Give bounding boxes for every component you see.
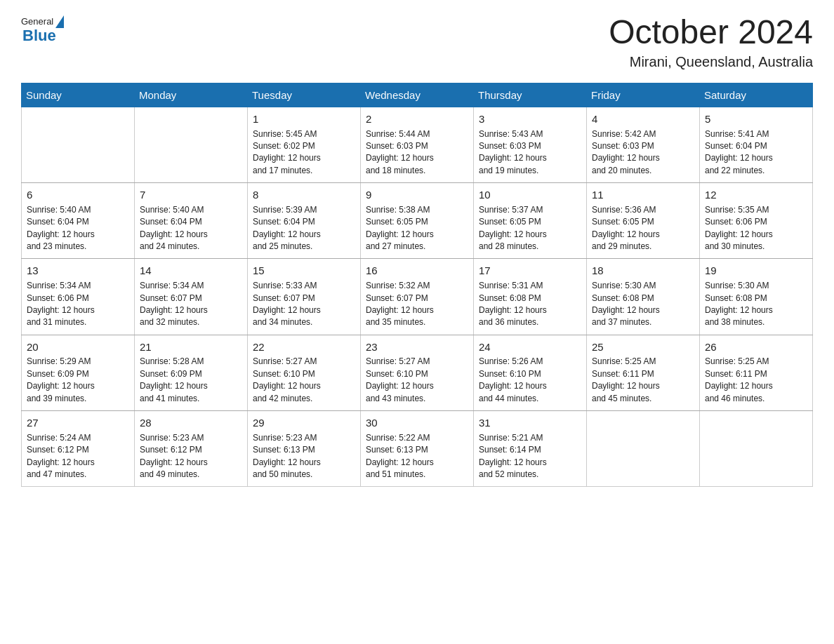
day-info: Sunrise: 5:22 AM Sunset: 6:13 PM Dayligh… bbox=[366, 432, 468, 481]
calendar-cell bbox=[700, 411, 813, 487]
calendar-cell: 7Sunrise: 5:40 AM Sunset: 6:04 PM Daylig… bbox=[135, 183, 248, 259]
calendar-cell: 27Sunrise: 5:24 AM Sunset: 6:12 PM Dayli… bbox=[22, 411, 135, 487]
calendar-cell: 21Sunrise: 5:28 AM Sunset: 6:09 PM Dayli… bbox=[135, 335, 248, 410]
day-info: Sunrise: 5:25 AM Sunset: 6:11 PM Dayligh… bbox=[705, 356, 807, 405]
day-info: Sunrise: 5:40 AM Sunset: 6:04 PM Dayligh… bbox=[140, 204, 242, 253]
day-info: Sunrise: 5:33 AM Sunset: 6:07 PM Dayligh… bbox=[253, 280, 355, 329]
day-info: Sunrise: 5:27 AM Sunset: 6:10 PM Dayligh… bbox=[253, 356, 355, 405]
calendar-cell: 2Sunrise: 5:44 AM Sunset: 6:03 PM Daylig… bbox=[361, 107, 474, 182]
calendar-cell: 29Sunrise: 5:23 AM Sunset: 6:13 PM Dayli… bbox=[248, 411, 361, 487]
logo-blue-text: Blue bbox=[22, 27, 56, 45]
day-info: Sunrise: 5:36 AM Sunset: 6:05 PM Dayligh… bbox=[592, 204, 694, 253]
calendar-cell: 9Sunrise: 5:38 AM Sunset: 6:05 PM Daylig… bbox=[361, 183, 474, 259]
day-number: 27 bbox=[27, 415, 129, 431]
day-number: 24 bbox=[479, 340, 581, 355]
day-number: 6 bbox=[27, 187, 129, 203]
calendar-cell: 11Sunrise: 5:36 AM Sunset: 6:05 PM Dayli… bbox=[587, 183, 700, 259]
calendar-cell: 31Sunrise: 5:21 AM Sunset: 6:14 PM Dayli… bbox=[474, 411, 587, 487]
logo-triangle-icon bbox=[55, 15, 64, 28]
day-info: Sunrise: 5:23 AM Sunset: 6:13 PM Dayligh… bbox=[253, 432, 355, 481]
main-title: October 2024 bbox=[609, 14, 813, 51]
day-number: 10 bbox=[479, 187, 581, 203]
calendar-cell: 18Sunrise: 5:30 AM Sunset: 6:08 PM Dayli… bbox=[587, 259, 700, 335]
page-header: General Blue October 2024 Mirani, Queens… bbox=[21, 14, 813, 70]
logo: General Blue bbox=[21, 14, 64, 45]
day-info: Sunrise: 5:41 AM Sunset: 6:04 PM Dayligh… bbox=[705, 128, 807, 177]
day-info: Sunrise: 5:43 AM Sunset: 6:03 PM Dayligh… bbox=[479, 128, 581, 177]
weekday-header-thursday: Thursday bbox=[474, 83, 587, 107]
calendar-cell: 23Sunrise: 5:27 AM Sunset: 6:10 PM Dayli… bbox=[361, 335, 474, 410]
day-number: 1 bbox=[253, 112, 355, 127]
weekday-header-monday: Monday bbox=[135, 83, 248, 107]
day-number: 9 bbox=[366, 187, 468, 203]
day-info: Sunrise: 5:42 AM Sunset: 6:03 PM Dayligh… bbox=[592, 128, 694, 177]
day-number: 30 bbox=[366, 415, 468, 431]
calendar-cell bbox=[135, 107, 248, 182]
day-info: Sunrise: 5:34 AM Sunset: 6:06 PM Dayligh… bbox=[27, 280, 129, 329]
day-number: 21 bbox=[140, 340, 242, 355]
calendar-row-3: 20Sunrise: 5:29 AM Sunset: 6:09 PM Dayli… bbox=[22, 335, 813, 410]
day-info: Sunrise: 5:24 AM Sunset: 6:12 PM Dayligh… bbox=[27, 432, 129, 481]
calendar-cell: 1Sunrise: 5:45 AM Sunset: 6:02 PM Daylig… bbox=[248, 107, 361, 182]
day-info: Sunrise: 5:31 AM Sunset: 6:08 PM Dayligh… bbox=[479, 280, 581, 329]
weekday-header-saturday: Saturday bbox=[700, 83, 813, 107]
day-number: 4 bbox=[592, 112, 694, 127]
day-info: Sunrise: 5:45 AM Sunset: 6:02 PM Dayligh… bbox=[253, 128, 355, 177]
calendar-cell: 24Sunrise: 5:26 AM Sunset: 6:10 PM Dayli… bbox=[474, 335, 587, 410]
day-number: 3 bbox=[479, 112, 581, 127]
day-number: 26 bbox=[705, 340, 807, 355]
day-number: 20 bbox=[27, 340, 129, 355]
day-number: 11 bbox=[592, 187, 694, 203]
logo-general-text: General bbox=[21, 16, 53, 27]
subtitle: Mirani, Queensland, Australia bbox=[609, 54, 813, 70]
day-info: Sunrise: 5:40 AM Sunset: 6:04 PM Dayligh… bbox=[27, 204, 129, 253]
day-info: Sunrise: 5:39 AM Sunset: 6:04 PM Dayligh… bbox=[253, 204, 355, 253]
day-info: Sunrise: 5:27 AM Sunset: 6:10 PM Dayligh… bbox=[366, 356, 468, 405]
day-number: 14 bbox=[140, 263, 242, 279]
day-number: 12 bbox=[705, 187, 807, 203]
day-info: Sunrise: 5:32 AM Sunset: 6:07 PM Dayligh… bbox=[366, 280, 468, 329]
day-info: Sunrise: 5:23 AM Sunset: 6:12 PM Dayligh… bbox=[140, 432, 242, 481]
calendar-header-row: SundayMondayTuesdayWednesdayThursdayFrid… bbox=[22, 83, 813, 107]
calendar-cell: 4Sunrise: 5:42 AM Sunset: 6:03 PM Daylig… bbox=[587, 107, 700, 182]
calendar-cell: 20Sunrise: 5:29 AM Sunset: 6:09 PM Dayli… bbox=[22, 335, 135, 410]
day-number: 22 bbox=[253, 340, 355, 355]
day-number: 31 bbox=[479, 415, 581, 431]
day-number: 8 bbox=[253, 187, 355, 203]
calendar-cell: 10Sunrise: 5:37 AM Sunset: 6:05 PM Dayli… bbox=[474, 183, 587, 259]
day-number: 5 bbox=[705, 112, 807, 127]
day-number: 16 bbox=[366, 263, 468, 279]
day-number: 29 bbox=[253, 415, 355, 431]
day-info: Sunrise: 5:37 AM Sunset: 6:05 PM Dayligh… bbox=[479, 204, 581, 253]
weekday-header-sunday: Sunday bbox=[22, 83, 135, 107]
weekday-header-wednesday: Wednesday bbox=[361, 83, 474, 107]
calendar-row-2: 13Sunrise: 5:34 AM Sunset: 6:06 PM Dayli… bbox=[22, 259, 813, 335]
day-number: 28 bbox=[140, 415, 242, 431]
calendar-cell: 12Sunrise: 5:35 AM Sunset: 6:06 PM Dayli… bbox=[700, 183, 813, 259]
weekday-header-tuesday: Tuesday bbox=[248, 83, 361, 107]
calendar-row-0: 1Sunrise: 5:45 AM Sunset: 6:02 PM Daylig… bbox=[22, 107, 813, 182]
calendar-cell: 17Sunrise: 5:31 AM Sunset: 6:08 PM Dayli… bbox=[474, 259, 587, 335]
day-info: Sunrise: 5:25 AM Sunset: 6:11 PM Dayligh… bbox=[592, 356, 694, 405]
calendar-cell: 6Sunrise: 5:40 AM Sunset: 6:04 PM Daylig… bbox=[22, 183, 135, 259]
day-info: Sunrise: 5:38 AM Sunset: 6:05 PM Dayligh… bbox=[366, 204, 468, 253]
calendar-cell: 22Sunrise: 5:27 AM Sunset: 6:10 PM Dayli… bbox=[248, 335, 361, 410]
calendar-cell: 14Sunrise: 5:34 AM Sunset: 6:07 PM Dayli… bbox=[135, 259, 248, 335]
day-number: 13 bbox=[27, 263, 129, 279]
weekday-header-friday: Friday bbox=[587, 83, 700, 107]
day-info: Sunrise: 5:34 AM Sunset: 6:07 PM Dayligh… bbox=[140, 280, 242, 329]
day-info: Sunrise: 5:35 AM Sunset: 6:06 PM Dayligh… bbox=[705, 204, 807, 253]
day-info: Sunrise: 5:21 AM Sunset: 6:14 PM Dayligh… bbox=[479, 432, 581, 481]
calendar-cell: 30Sunrise: 5:22 AM Sunset: 6:13 PM Dayli… bbox=[361, 411, 474, 487]
day-info: Sunrise: 5:26 AM Sunset: 6:10 PM Dayligh… bbox=[479, 356, 581, 405]
calendar-cell: 5Sunrise: 5:41 AM Sunset: 6:04 PM Daylig… bbox=[700, 107, 813, 182]
calendar-cell: 16Sunrise: 5:32 AM Sunset: 6:07 PM Dayli… bbox=[361, 259, 474, 335]
day-number: 7 bbox=[140, 187, 242, 203]
day-number: 18 bbox=[592, 263, 694, 279]
calendar-table: SundayMondayTuesdayWednesdayThursdayFrid… bbox=[21, 83, 813, 488]
day-number: 19 bbox=[705, 263, 807, 279]
calendar-cell: 13Sunrise: 5:34 AM Sunset: 6:06 PM Dayli… bbox=[22, 259, 135, 335]
calendar-cell: 26Sunrise: 5:25 AM Sunset: 6:11 PM Dayli… bbox=[700, 335, 813, 410]
calendar-cell: 28Sunrise: 5:23 AM Sunset: 6:12 PM Dayli… bbox=[135, 411, 248, 487]
calendar-cell: 25Sunrise: 5:25 AM Sunset: 6:11 PM Dayli… bbox=[587, 335, 700, 410]
